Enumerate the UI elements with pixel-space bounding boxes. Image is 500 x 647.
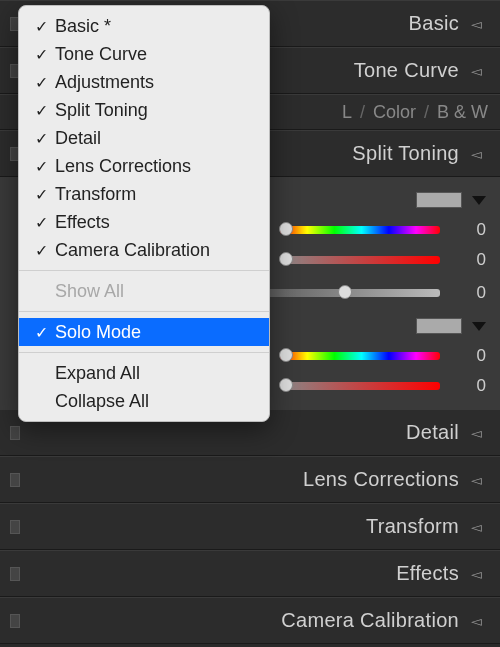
menu-label: Expand All [55, 363, 253, 384]
hue-slider[interactable] [280, 226, 440, 234]
disclosure-icon[interactable]: ◅ [471, 146, 482, 162]
panel-header-effects[interactable]: Effects ◅ [0, 550, 500, 597]
menu-label: Effects [55, 212, 253, 233]
tab-hsl[interactable]: L [342, 102, 352, 123]
slider-handle[interactable] [279, 378, 293, 392]
panel-title: Split Toning [352, 142, 459, 165]
panel-title: Camera Calibration [281, 609, 459, 632]
disclosure-icon[interactable]: ◅ [471, 16, 482, 32]
menu-label: Detail [55, 128, 253, 149]
disclosure-icon[interactable]: ◅ [471, 566, 482, 582]
panel-header-camera-calibration[interactable]: Camera Calibration ◅ [0, 597, 500, 644]
menu-label: Adjustments [55, 72, 253, 93]
menu-separator [19, 352, 269, 353]
disclosure-icon[interactable]: ◅ [471, 519, 482, 535]
menu-separator [19, 311, 269, 312]
tab-color[interactable]: Color [373, 102, 416, 123]
panel-title: Detail [406, 421, 459, 444]
highlights-swatch[interactable] [416, 192, 462, 208]
panel-header-lens-corrections[interactable]: Lens Corrections ◅ [0, 456, 500, 503]
panel-switch-icon[interactable] [10, 473, 20, 487]
menu-item-effects[interactable]: ✓ Effects [19, 208, 269, 236]
menu-item-split-toning[interactable]: ✓ Split Toning [19, 96, 269, 124]
slider-handle[interactable] [279, 252, 293, 266]
check-icon: ✓ [35, 185, 55, 204]
menu-item-transform[interactable]: ✓ Transform [19, 180, 269, 208]
slider-handle[interactable] [338, 285, 352, 299]
balance-value[interactable]: 0 [466, 283, 486, 303]
check-icon: ✓ [35, 157, 55, 176]
menu-item-collapse-all[interactable]: Collapse All [19, 387, 269, 415]
menu-item-detail[interactable]: ✓ Detail [19, 124, 269, 152]
menu-label: Lens Corrections [55, 156, 253, 177]
sat-value[interactable]: 0 [466, 376, 486, 396]
menu-item-show-all[interactable]: Show All [19, 277, 269, 305]
tab-separator: / [360, 102, 365, 123]
check-icon: ✓ [35, 45, 55, 64]
menu-label: Camera Calibration [55, 240, 253, 261]
menu-label: Tone Curve [55, 44, 253, 65]
hue-slider[interactable] [280, 352, 440, 360]
panel-switch-icon[interactable] [10, 426, 20, 440]
tab-bw[interactable]: B & W [437, 102, 488, 123]
hue-value[interactable]: 0 [466, 346, 486, 366]
panel-context-menu: ✓ Basic * ✓ Tone Curve ✓ Adjustments ✓ S… [18, 5, 270, 422]
panel-switch-icon[interactable] [10, 567, 20, 581]
menu-item-adjustments[interactable]: ✓ Adjustments [19, 68, 269, 96]
menu-label: Transform [55, 184, 253, 205]
panel-title: Basic [409, 12, 459, 35]
tab-separator: / [424, 102, 429, 123]
sat-value[interactable]: 0 [466, 250, 486, 270]
panel-header-transform[interactable]: Transform ◅ [0, 503, 500, 550]
check-icon: ✓ [35, 129, 55, 148]
slider-handle[interactable] [279, 222, 293, 236]
panel-title: Effects [396, 562, 459, 585]
menu-label: Show All [55, 281, 253, 302]
check-icon: ✓ [35, 101, 55, 120]
check-icon: ✓ [35, 73, 55, 92]
disclosure-icon[interactable]: ◅ [471, 613, 482, 629]
menu-item-camera-calibration[interactable]: ✓ Camera Calibration [19, 236, 269, 264]
menu-item-basic[interactable]: ✓ Basic * [19, 12, 269, 40]
menu-item-solo-mode[interactable]: ✓ Solo Mode [19, 318, 269, 346]
panel-switch-icon[interactable] [10, 614, 20, 628]
menu-item-lens-corrections[interactable]: ✓ Lens Corrections [19, 152, 269, 180]
slider-handle[interactable] [279, 348, 293, 362]
menu-label: Solo Mode [55, 322, 253, 343]
panel-title: Lens Corrections [303, 468, 459, 491]
panel-switch-icon[interactable] [10, 520, 20, 534]
chevron-down-icon[interactable] [472, 196, 486, 205]
saturation-slider[interactable] [280, 382, 440, 390]
balance-slider[interactable] [250, 289, 440, 297]
disclosure-icon[interactable]: ◅ [471, 472, 482, 488]
check-icon: ✓ [35, 241, 55, 260]
chevron-down-icon[interactable] [472, 322, 486, 331]
check-icon: ✓ [35, 17, 55, 36]
panel-title: Tone Curve [354, 59, 459, 82]
hue-value[interactable]: 0 [466, 220, 486, 240]
shadows-swatch[interactable] [416, 318, 462, 334]
panel-title: Transform [366, 515, 459, 538]
saturation-slider[interactable] [280, 256, 440, 264]
check-icon: ✓ [35, 323, 55, 342]
menu-item-expand-all[interactable]: Expand All [19, 359, 269, 387]
menu-label: Collapse All [55, 391, 253, 412]
menu-label: Split Toning [55, 100, 253, 121]
check-icon: ✓ [35, 213, 55, 232]
disclosure-icon[interactable]: ◅ [471, 63, 482, 79]
menu-label: Basic * [55, 16, 253, 37]
menu-separator [19, 270, 269, 271]
disclosure-icon[interactable]: ◅ [471, 425, 482, 441]
menu-item-tone-curve[interactable]: ✓ Tone Curve [19, 40, 269, 68]
